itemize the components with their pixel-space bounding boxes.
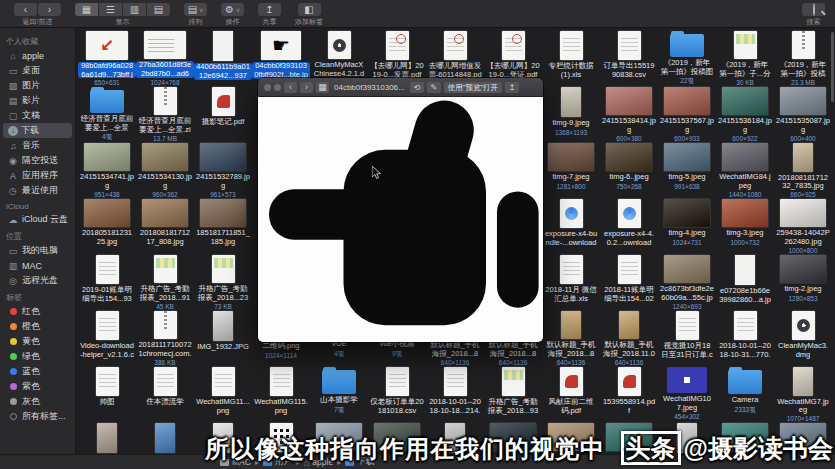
file-item[interactable]: 20181117100721chromecj.com.zip386 KB bbox=[136, 310, 194, 366]
file-item[interactable]: 升格广告_考勤报表_2018...910.xlsx45 KB bbox=[136, 254, 194, 310]
file-item[interactable]: exposure-x4-4.0.2...ownload bbox=[600, 198, 658, 254]
sidebar-item-最近使用[interactable]: 最近使用 bbox=[3, 183, 72, 198]
file-item[interactable]: 住本漂流学 bbox=[136, 366, 194, 422]
action-button[interactable]: ⚙˅ bbox=[221, 3, 244, 16]
file-item[interactable]: IMG_1932.JPG bbox=[194, 310, 252, 366]
close-icon[interactable] bbox=[264, 84, 271, 91]
file-item[interactable]: timg-9.jpeg1368×1193 bbox=[542, 86, 600, 142]
file-item[interactable]: 视觉摄10月18日至31日订单.csv bbox=[658, 310, 716, 366]
open-with-preview-button[interactable]: 使用"预览"打开 bbox=[444, 82, 502, 93]
sidebar-item-影片[interactable]: 影片 bbox=[3, 93, 72, 108]
file-item[interactable]: 259438-14042P262480.jpg1000×800 bbox=[774, 198, 832, 254]
column-view-button[interactable]: ▥ bbox=[123, 3, 146, 16]
ql-back-button[interactable]: ‹ bbox=[284, 82, 297, 93]
file-item[interactable]: Video-download-helper_v2.1.6.crx bbox=[78, 310, 136, 366]
file-item[interactable]: 2019-01账单明细导出154...937.csv bbox=[78, 254, 136, 310]
sidebar-item-我的电脑[interactable]: 我的电脑 bbox=[3, 243, 72, 258]
file-item[interactable]: 185181711851_185.jpg bbox=[194, 198, 252, 254]
file-item[interactable]: 摄影笔记.pdf bbox=[194, 86, 252, 142]
file-item[interactable]: timg-4.jpeg1024×731 bbox=[658, 198, 716, 254]
file-item[interactable]: 仅老板订单单20181018.csv bbox=[368, 366, 426, 422]
arrange-button[interactable]: ▤˅ bbox=[184, 3, 207, 16]
add-tags-button[interactable]: ◧ bbox=[298, 3, 321, 16]
file-item[interactable]: 2c8673bf3dfe2e60b09a...55c.jpeg1240×693 bbox=[658, 254, 716, 310]
sidebar-item-蓝色[interactable]: 蓝色 bbox=[3, 364, 72, 379]
file-item[interactable]: 经济普查月底前要爱上...全景.zip13.7 MB bbox=[136, 86, 194, 142]
sidebar-item-灰色[interactable]: 灰色 bbox=[3, 394, 72, 409]
forward-button[interactable]: › bbox=[38, 3, 61, 16]
file-item[interactable]: 24151538414.jpg600×380 bbox=[600, 86, 658, 142]
file-item[interactable]: 2018-10-01--2018-10-18...214.csv bbox=[426, 366, 484, 422]
file-item[interactable]: 2018-10-01--2018-10-31...770.csv bbox=[716, 310, 774, 366]
index-sheet-button[interactable]: ▦ bbox=[316, 82, 329, 93]
file-item[interactable]: 默认标题_手机海报_2018...8 (1).jpg640×1136 bbox=[542, 310, 600, 366]
file-item[interactable]: 2018-11账单明细导出154...024.csv bbox=[600, 254, 658, 310]
file-item[interactable]: exposure-x4-bundle-...ownload bbox=[542, 198, 600, 254]
file-item[interactable]: 专栏统计数据 (1).xls bbox=[542, 30, 600, 86]
file-item[interactable]: timg-7.jpeg1281×800 bbox=[542, 142, 600, 198]
sidebar-item-apple[interactable]: apple bbox=[3, 48, 72, 63]
file-item[interactable]: 24151532789.jpg961×573 bbox=[194, 142, 252, 198]
ql-forward-button[interactable]: › bbox=[300, 82, 313, 93]
sidebar-item-桌面[interactable]: 桌面 bbox=[3, 63, 72, 78]
sidebar-item-紫色[interactable]: 紫色 bbox=[3, 379, 72, 394]
sidebar-item-文稿[interactable]: 文稿 bbox=[3, 108, 72, 123]
file-item[interactable]: 4400b611b9a0112e6942...937b.jpg bbox=[194, 30, 252, 86]
sidebar-item-远程光盘[interactable]: 远程光盘 bbox=[3, 273, 72, 288]
file-item[interactable]: WechatIMG7.jpeg1070×1487 bbox=[774, 366, 832, 422]
quicklook-window[interactable]: ‹ › ▦ 04cbb0f39310306... ⟲ ✎ 使用"预览"打开 ↥ bbox=[258, 78, 543, 342]
file-item[interactable]: 帅图 bbox=[78, 366, 136, 422]
sidebar-item-音乐[interactable]: 音乐 bbox=[3, 138, 72, 153]
list-view-button[interactable]: ☰ bbox=[99, 3, 122, 16]
file-item[interactable]: 经济普查月底前要爱上...全景4项 bbox=[78, 86, 136, 142]
gallery-view-button[interactable]: ▤ bbox=[147, 3, 170, 16]
file-item[interactable]: 订单导出1551990838.csv bbox=[600, 30, 658, 86]
file-item[interactable]: WechatIMG11...png bbox=[194, 366, 252, 422]
file-item[interactable]: 1539558914.pdf bbox=[600, 366, 658, 422]
file-item[interactable]: timg-6..jpeg750×268 bbox=[600, 142, 658, 198]
file-item[interactable]: WechatIMG84.jpeg1440×1080 bbox=[716, 142, 774, 198]
sidebar-item-橙色[interactable]: 橙色 bbox=[3, 319, 72, 334]
sidebar-item-iCloud 云盘[interactable]: iCloud 云盘 bbox=[3, 212, 72, 227]
share-button[interactable]: ↥ bbox=[258, 3, 281, 16]
sidebar-item-所有标签...[interactable]: 所有标签... bbox=[3, 409, 72, 424]
file-item[interactable]: 《2019，新年第一拍》投稿图.zip23.3 MB bbox=[774, 30, 832, 86]
search-button[interactable] bbox=[802, 3, 825, 16]
file-item[interactable]: 24151537567.jpg600×933 bbox=[658, 86, 716, 142]
markup-button[interactable]: ✎ bbox=[427, 82, 441, 93]
sidebar-item-应用程序[interactable]: 应用程序 bbox=[3, 168, 72, 183]
file-item[interactable]: timg-5.jpeg991×638 bbox=[658, 142, 716, 198]
file-item[interactable]: 24151534741.jpg951×438 bbox=[78, 142, 136, 198]
file-item[interactable]: 升格广告_考勤报表_2018...930.xlsx bbox=[484, 366, 542, 422]
file-item[interactable]: 20180818171217_808.jpg bbox=[136, 198, 194, 254]
file-item[interactable]: 《2019，新年第一拍》投稿图22项 bbox=[658, 30, 716, 86]
file-item[interactable]: 24151534130.jpg960×362 bbox=[136, 142, 194, 198]
file-item[interactable]: 24151536184.jpg600×922 bbox=[716, 86, 774, 142]
sidebar-item-绿色[interactable]: 绿色 bbox=[3, 349, 72, 364]
file-item[interactable]: 山本摄影学7项 bbox=[310, 366, 368, 422]
file-item[interactable]: 98b0afd96a0286a61d9...73bff.jpg650×631 bbox=[78, 30, 136, 86]
sidebar-item-黄色[interactable]: 黄色 bbox=[3, 334, 72, 349]
sidebar-item-隔空投送[interactable]: 隔空投送 bbox=[3, 153, 72, 168]
back-button[interactable]: ‹ bbox=[14, 3, 37, 16]
file-item[interactable] bbox=[78, 422, 136, 455]
sidebar-item-红色[interactable]: 红色 bbox=[3, 304, 72, 319]
file-item[interactable]: 《2019，新年第一拍》子...分表.xlsx30 KB bbox=[716, 30, 774, 86]
file-item[interactable]: timg-2.jpeg1280×853 bbox=[774, 254, 832, 310]
file-item[interactable]: timg-3.jpeg1000×732 bbox=[716, 198, 774, 254]
file-item[interactable]: Camera2333项 bbox=[716, 366, 774, 422]
file-item[interactable]: 2018-11月 微信汇总单.xls bbox=[542, 254, 600, 310]
file-item[interactable]: WechatIMG115.png bbox=[252, 366, 310, 422]
file-item[interactable]: 20180818171232_7835.jpg660×925 bbox=[774, 142, 832, 198]
file-item[interactable]: 升格广告_考勤报表_2018...231.xlsx73 KB bbox=[194, 254, 252, 310]
file-item[interactable]: WechatIMG107.jpeg454×302 bbox=[658, 366, 716, 422]
file-item[interactable]: 默认标题_手机海报_2018.11.08.jpg640×1136 bbox=[600, 310, 658, 366]
sidebar-item-下载[interactable]: 下载 bbox=[3, 123, 72, 138]
sidebar-item-图片[interactable]: 图片 bbox=[3, 78, 72, 93]
scrollbar[interactable] bbox=[831, 32, 834, 102]
file-item[interactable]: e07208e1b66e39982860...a.jpg.gif bbox=[716, 254, 774, 310]
file-item[interactable]: 风献庄前二维码.pdf bbox=[542, 366, 600, 422]
file-item[interactable]: 24151535087.jpg600×400 bbox=[774, 86, 832, 142]
sidebar-item-MAC[interactable]: MAC bbox=[3, 258, 72, 273]
file-item[interactable]: CleanMyMac3.dmg bbox=[774, 310, 832, 366]
